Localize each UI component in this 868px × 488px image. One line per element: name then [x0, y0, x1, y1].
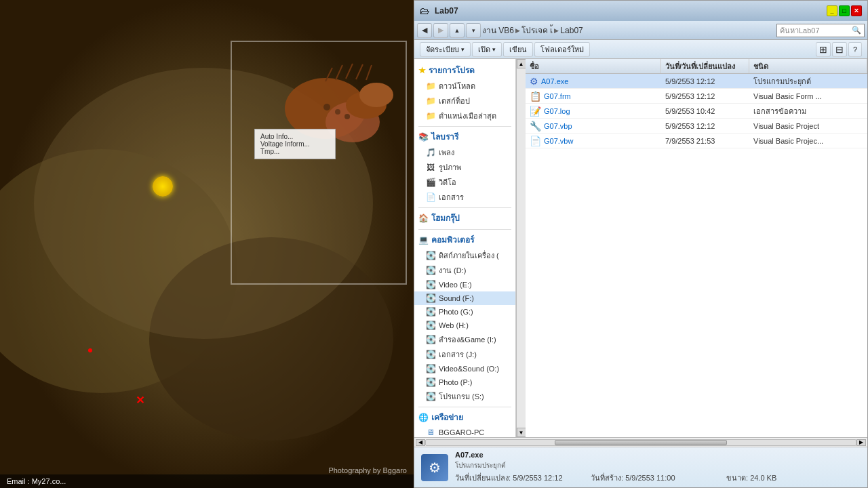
breadcrumb-arrow2: ▶	[554, 27, 559, 34]
folder-icon: 📁	[425, 81, 436, 92]
write-label: เขียน	[509, 43, 527, 56]
sidebar-computer-section: 💻 คอมพิวเตอร์ 💽 ดิสก์ภายในเครื่อง ( 💽 งา…	[414, 231, 515, 404]
col-header-date[interactable]: วันที่/วันที่เปลี่ยนแปลง	[661, 59, 749, 73]
sidebar-item-desktop[interactable]: 📁 เดสก์ท็อป	[414, 94, 515, 108]
horizontal-scrollbar[interactable]: ◀ ▶	[414, 437, 867, 447]
search-box[interactable]: ค้นหาLab07 🔍	[776, 24, 865, 37]
breadcrumb-part3[interactable]: Lab07	[560, 26, 583, 35]
divider1	[418, 126, 511, 127]
sidebar-item-drive-g[interactable]: 💽 Photo (G:)	[414, 305, 515, 319]
scroll-up-button[interactable]: ▲	[517, 59, 526, 68]
sidebar-item-drive-e[interactable]: 💽 Video (E:)	[414, 278, 515, 291]
help-button[interactable]: ?	[848, 42, 862, 57]
forward-button[interactable]: ▶	[433, 23, 448, 38]
sidebar-item-drive-p[interactable]: 💽 Photo (P:)	[414, 375, 515, 389]
maximize-button[interactable]: □	[839, 5, 850, 16]
view-button2[interactable]: ⊟	[832, 42, 847, 57]
divider3	[418, 229, 511, 230]
file-date-g07log: 5/9/2553 10:42	[661, 107, 749, 115]
sidebar-item-pictures[interactable]: 🖼 รูปภาพ	[414, 160, 515, 175]
sidebar: ★ รายการโปรด 📁 ดาวน์โหลด 📁 เดสก์ท็อป 📁 ต…	[414, 59, 516, 437]
scroll-left-button[interactable]: ◀	[416, 439, 425, 446]
scroll-track[interactable]	[517, 68, 526, 428]
write-button[interactable]: เขียน	[503, 42, 533, 57]
sidebar-item-drive-h[interactable]: 💽 Web (H:)	[414, 319, 515, 332]
computer-icon: 🖥	[425, 427, 436, 437]
sidebar-network-section: 🌐 เครือข่าย 🖥 BGGARO-PC 🖥 เลกิ้ล-PC	[414, 409, 515, 437]
new-folder-label: โฟลเดอร์ใหม่	[540, 43, 584, 56]
file-date-g07vbp: 5/9/2553 12:12	[661, 122, 749, 130]
file-row-g07frm[interactable]: 📋 G07.frm 5/9/2553 12:12 Visual Basic Fo…	[526, 89, 867, 104]
sidebar-item-bggaro[interactable]: 🖥 BGGARO-PC	[414, 426, 515, 437]
up-button[interactable]: ▲	[450, 23, 465, 38]
doc-icon: 📄	[425, 192, 436, 203]
toolbar: จัดระเบียบ ▾ เปิด ▾ เขียน โฟลเดอร์ใหม่ ⊞…	[414, 40, 867, 59]
sidebar-computer-header[interactable]: 💻 คอมพิวเตอร์	[414, 231, 515, 248]
scroll-right-button[interactable]: ▶	[856, 439, 866, 446]
open-button[interactable]: เปิด ▾	[472, 42, 502, 57]
nav-bar: ◀ ▶ ▲ ▾ งาน VB6 ▶ โปรเจค เ้ ▶ Lab07 ค้นห…	[414, 21, 867, 40]
library-icon: 📚	[418, 132, 429, 142]
drive-icon: 💽	[425, 265, 436, 276]
star-icon: ★	[418, 66, 426, 75]
file-date-a07exe: 5/9/2553 12:12	[661, 77, 749, 85]
file-list-header: ชื่อ วันที่/วันที่เปลี่ยนแปลง ชนิด	[526, 59, 867, 74]
email-bar: Email : My27.co...	[0, 474, 414, 488]
file-row-g07vbw[interactable]: 📄 G07.vbw 7/9/2553 21:53 Visual Basic Pr…	[526, 134, 867, 148]
sidebar-item-downloads[interactable]: 📁 ดาวน์โหลด	[414, 79, 515, 94]
scroll-track-h[interactable]	[425, 439, 856, 446]
col-header-type[interactable]: ชนิด	[749, 59, 867, 73]
sidebar-item-drive-d[interactable]: 💽 งาน (D:)	[414, 263, 515, 278]
file-date-g07frm: 5/9/2553 12:12	[661, 92, 749, 100]
drive-icon: 💽	[425, 306, 436, 317]
sidebar-item-drive-s[interactable]: 💽 โปรแกรม (S:)	[414, 389, 515, 404]
file-type-g07vbp: Visual Basic Project	[749, 122, 867, 130]
drive-icon: 💽	[425, 349, 436, 360]
sidebar-favorites-header[interactable]: ★ รายการโปรด	[414, 62, 515, 79]
status-date-label: วันที่เปลี่ยนแปลง: 5/9/2553 12:12	[455, 472, 589, 484]
file-type-g07vbw: Visual Basic Projec...	[749, 137, 867, 145]
sidebar-library-section: 📚 ไลบรารี 🎵 เพลง 🖼 รูปภาพ 🎬 วิดีโอ 📄	[414, 128, 515, 205]
sidebar-library-header[interactable]: 📚 ไลบรารี	[414, 128, 515, 145]
sidebar-item-drive-j[interactable]: 💽 เอกสาร (J:)	[414, 347, 515, 362]
organize-label: จัดระเบียบ	[426, 43, 459, 56]
sidebar-item-music[interactable]: 🎵 เพลง	[414, 145, 515, 160]
col-header-name[interactable]: ชื่อ	[526, 59, 661, 73]
email-label: Email : My27.co...	[7, 477, 66, 485]
file-name-g07log: 📝 G07.log	[526, 106, 661, 117]
back-button[interactable]: ◀	[417, 23, 432, 38]
file-row-g07log[interactable]: 📝 G07.log 5/9/2553 10:42 เอกสารข้อความ	[526, 104, 867, 119]
computer-icon: 💻	[418, 235, 429, 245]
sidebar-item-drive-o[interactable]: 💽 Video&Sound (O:)	[414, 362, 515, 375]
open-label: เปิด	[478, 43, 490, 56]
search-icon[interactable]: 🔍	[852, 26, 861, 35]
recent-button[interactable]: ▾	[466, 23, 481, 38]
picture-icon: 🖼	[425, 162, 436, 173]
sidebar-item-localdisk[interactable]: 💽 ดิสก์ภายในเครื่อง (	[414, 248, 515, 263]
organize-button[interactable]: จัดระเบียบ ▾	[420, 42, 471, 57]
close-button[interactable]: ✕	[851, 5, 862, 16]
file-row-g07vbp[interactable]: 🔧 G07.vbp 5/9/2553 12:12 Visual Basic Pr…	[526, 119, 867, 134]
status-file-icon: ⚙	[421, 454, 448, 481]
video-icon: 🎬	[425, 177, 436, 188]
sidebar-network-header[interactable]: 🌐 เครือข่าย	[414, 409, 515, 426]
homegroup-icon: 🏠	[418, 214, 429, 223]
scroll-thumb-h[interactable]	[555, 440, 727, 445]
file-row-a07exe[interactable]: ⚙ A07.exe 5/9/2553 12:12 โปรแกรมประยุกต์	[526, 74, 867, 89]
sidebar-scrollbar[interactable]: ▲ ▼	[516, 59, 526, 437]
sidebar-item-docs[interactable]: 📄 เอกสาร	[414, 190, 515, 205]
view-options-button[interactable]: ⊞	[816, 42, 831, 57]
sidebar-item-recent[interactable]: 📁 ตำแหน่งเมือล่าสุด	[414, 108, 515, 123]
breadcrumb-part1[interactable]: งาน VB6 ▶	[482, 24, 520, 37]
minimize-button[interactable]: _	[827, 5, 837, 16]
sidebar-item-drive-f[interactable]: 💽 Sound (F:)	[414, 291, 515, 305]
sidebar-homegroup-header[interactable]: 🏠 โฮมกรุ๊ป	[414, 209, 515, 226]
app-info-line2: Voltage Inform...	[260, 140, 330, 148]
scroll-down-button[interactable]: ▼	[517, 428, 526, 437]
breadcrumb-part2[interactable]: โปรเจค เ้ ▶	[521, 24, 559, 37]
window-controls: _ □ ✕	[827, 5, 862, 16]
sidebar-item-drive-i[interactable]: 💽 สำรอง&Game (I:)	[414, 332, 515, 347]
marker-dot	[88, 348, 92, 352]
sidebar-item-video[interactable]: 🎬 วิดีโอ	[414, 175, 515, 190]
new-folder-button[interactable]: โฟลเดอร์ใหม่	[534, 42, 590, 57]
